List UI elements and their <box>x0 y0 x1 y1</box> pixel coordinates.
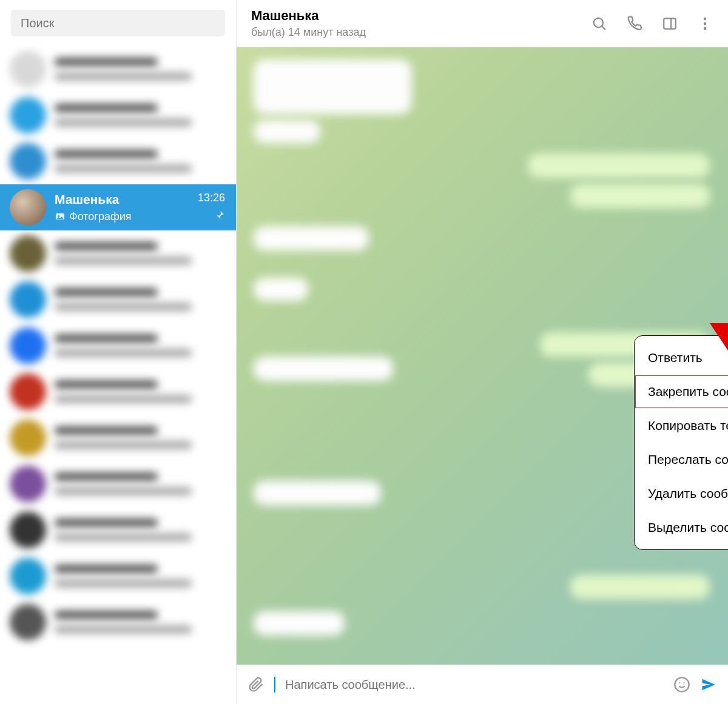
send-icon[interactable] <box>700 676 717 693</box>
svg-rect-4 <box>664 18 676 28</box>
call-icon[interactable] <box>626 15 643 32</box>
attach-icon[interactable] <box>248 676 265 693</box>
chat-list-item[interactable] <box>0 369 236 415</box>
chat-background[interactable]: ОтветитьЗакрепить сообщениеКопировать те… <box>237 47 728 665</box>
chat-header-subtitle: был(а) 14 минут назад <box>251 26 366 39</box>
chat-item-preview-blurred <box>55 118 192 127</box>
chat-main: Машенька был(а) 14 минут назад <box>237 0 728 704</box>
chat-item-name-blurred <box>55 472 158 481</box>
chat-list-item[interactable] <box>0 46 236 92</box>
svg-point-10 <box>679 682 680 683</box>
avatar <box>10 374 46 410</box>
chat-item-name-blurred <box>55 242 158 250</box>
svg-line-3 <box>602 26 605 30</box>
svg-point-6 <box>704 17 707 20</box>
chat-header: Машенька был(а) 14 минут назад <box>237 0 728 47</box>
chat-item-preview-blurred <box>55 164 192 173</box>
incoming-message-blurred[interactable] <box>254 120 320 143</box>
avatar <box>10 97 46 133</box>
chat-item-subtitle: Фотография <box>55 210 226 223</box>
chat-item-name-blurred <box>55 426 158 435</box>
chat-item-name-blurred <box>55 334 158 343</box>
chat-list-item[interactable] <box>0 553 236 599</box>
chat-item-name-blurred <box>55 288 158 297</box>
incoming-message-blurred[interactable] <box>254 357 393 381</box>
chat-item-preview-blurred <box>55 256 192 265</box>
more-icon[interactable] <box>696 15 713 32</box>
chat-list-item[interactable] <box>0 461 236 507</box>
context-menu-item[interactable]: Копировать текст <box>635 409 728 443</box>
context-menu-item[interactable]: Выделить сообщение <box>635 511 728 545</box>
annotation-arrow-icon <box>725 208 728 360</box>
outgoing-message-blurred[interactable] <box>570 184 710 208</box>
chat-item-name-blurred <box>55 58 158 66</box>
chat-list-item[interactable] <box>0 92 236 138</box>
incoming-message-blurred[interactable] <box>254 59 411 114</box>
chat-item-preview-blurred <box>55 349 192 357</box>
pin-icon <box>214 210 225 223</box>
chat-item-time: 13:26 <box>198 192 225 204</box>
chat-list[interactable]: Машенька Фотография 13:26 <box>0 46 236 704</box>
svg-point-7 <box>704 22 707 25</box>
photo-icon <box>55 211 66 222</box>
chat-list-item[interactable] <box>0 507 236 553</box>
chat-list-item[interactable] <box>0 323 236 369</box>
chat-item-preview-blurred <box>55 625 192 634</box>
composer <box>237 665 728 704</box>
chat-item-name-blurred <box>55 518 158 527</box>
chat-list-item[interactable] <box>0 415 236 461</box>
chat-list-item[interactable] <box>0 138 236 184</box>
svg-point-2 <box>594 18 603 27</box>
svg-point-1 <box>58 215 59 217</box>
sidebar-toggle-icon[interactable] <box>661 15 678 32</box>
chat-item-preview-blurred <box>55 487 192 495</box>
svg-point-9 <box>675 677 689 691</box>
chat-list-item-selected[interactable]: Машенька Фотография 13:26 <box>0 184 236 230</box>
outgoing-message-blurred[interactable] <box>528 153 710 178</box>
incoming-message-blurred[interactable] <box>254 611 345 635</box>
chat-item-preview-blurred <box>55 533 192 541</box>
avatar <box>10 466 46 502</box>
chat-header-title: Машенька <box>251 8 366 24</box>
avatar <box>10 189 46 226</box>
avatar <box>10 512 46 548</box>
avatar <box>10 51 46 87</box>
chat-list-item[interactable] <box>0 230 236 277</box>
message-context-menu: ОтветитьЗакрепить сообщениеКопировать те… <box>634 335 728 550</box>
avatar <box>10 558 46 594</box>
avatar <box>10 420 46 456</box>
chat-item-preview-blurred <box>55 441 192 449</box>
context-menu-item[interactable]: Переслать сообщение <box>635 443 728 477</box>
chat-item-name-blurred <box>55 380 158 389</box>
search-input[interactable] <box>11 10 225 36</box>
chat-item-preview-blurred <box>55 72 192 81</box>
context-menu-item[interactable]: Удалить сообщение <box>635 477 728 511</box>
chat-list-sidebar: Машенька Фотография 13:26 <box>0 0 237 704</box>
avatar <box>10 327 46 364</box>
avatar <box>10 235 46 272</box>
compose-input[interactable] <box>285 678 664 692</box>
avatar <box>10 281 46 318</box>
chat-item-name-blurred <box>55 104 158 112</box>
avatar <box>10 604 46 640</box>
outgoing-message-blurred[interactable] <box>570 575 710 599</box>
incoming-message-blurred[interactable] <box>254 481 381 505</box>
chat-item-preview-blurred <box>55 395 192 403</box>
chat-item-name-blurred <box>55 150 158 158</box>
chat-item-name-blurred <box>55 611 158 619</box>
svg-point-8 <box>704 27 707 30</box>
chat-list-item[interactable] <box>0 599 236 645</box>
chat-item-preview-blurred <box>55 579 192 588</box>
incoming-message-blurred[interactable] <box>254 226 369 250</box>
chat-item-name-blurred <box>55 565 158 573</box>
compose-caret <box>274 677 275 692</box>
search-icon[interactable] <box>591 15 608 32</box>
chat-list-item[interactable] <box>0 277 236 323</box>
avatar <box>10 143 46 179</box>
emoji-icon[interactable] <box>673 676 690 693</box>
context-menu-item[interactable]: Закрепить сообщение <box>635 375 728 409</box>
svg-point-11 <box>683 682 684 683</box>
chat-item-preview-blurred <box>55 303 192 311</box>
incoming-message-blurred[interactable] <box>254 278 308 301</box>
